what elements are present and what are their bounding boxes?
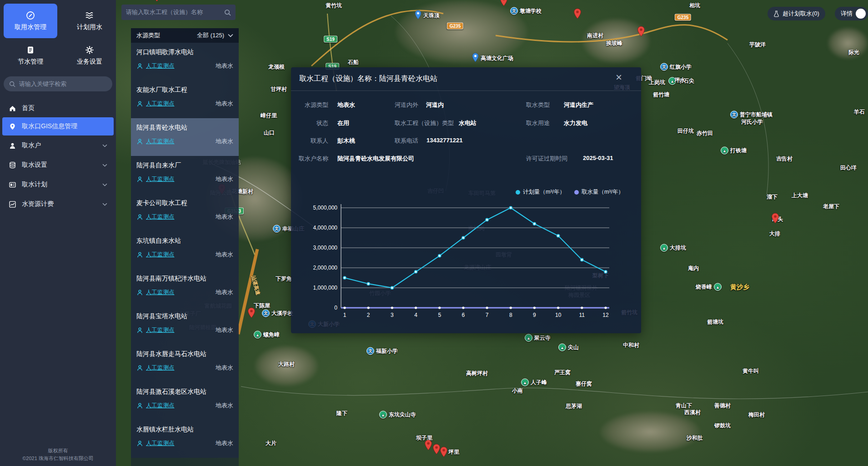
scenic-poi-icon[interactable]: ▲ (521, 379, 529, 386)
monitor-point-link[interactable]: 人工监测点 (146, 213, 175, 221)
red-pin-marker[interactable] (425, 440, 432, 452)
monitor-point-link[interactable]: 人工监测点 (146, 364, 175, 372)
station-list-item[interactable]: 麦卡公司取水工程人工监测点地表水 (131, 194, 239, 231)
blue-pin-icon[interactable] (472, 53, 479, 64)
station-name: 陆河县激石溪老区水电站 (136, 388, 233, 396)
station-list-item[interactable]: 河口镇唱歌潭水电站人工监测点地表水 (131, 43, 239, 80)
map-label: 挨坡峰 (606, 40, 622, 47)
station-list-item[interactable]: 陆河县水唇走马石水电站人工监测点地表水 (131, 345, 239, 382)
map-label-text: 龙颈根 (268, 63, 285, 71)
station-list-item[interactable]: 水唇镇水栏肚水电站人工监测点地表水 (131, 420, 239, 458)
scenic-poi-icon[interactable]: ▲ (660, 244, 668, 252)
scenic-poi-icon[interactable]: ▲ (525, 334, 532, 342)
station-list-item[interactable]: 陆河县自来水厂人工监测点地表水 (131, 156, 239, 194)
school-poi-icon[interactable]: 文 (510, 7, 518, 15)
school-poi-icon[interactable]: 文 (262, 310, 270, 317)
field-value: 陆河县青砼水电发展有限公司 (337, 155, 414, 163)
map-label: 龙颈根 (268, 63, 285, 71)
over-plan-water-button[interactable]: 超计划取水(0) (768, 7, 825, 20)
monitor-point-link[interactable]: 人工监测点 (146, 138, 175, 145)
svg-text:8: 8 (509, 312, 512, 318)
red-pin-marker[interactable] (248, 307, 256, 320)
svg-text:6: 6 (462, 312, 465, 318)
person-monitor-icon (136, 402, 143, 409)
app-tile-3[interactable]: 节水管理 (4, 38, 57, 73)
field-value: 2025-03-31 (583, 155, 613, 161)
sidebar-search-input[interactable]: 请输入关键字检索 (4, 76, 112, 91)
school-poi-icon[interactable]: 文 (366, 347, 374, 355)
school-poi-icon[interactable]: 文 (660, 63, 668, 71)
red-pin-marker[interactable] (153, 0, 161, 4)
map-label: 善德村 (714, 402, 731, 410)
field-label: 水源类型 (291, 101, 328, 109)
scenic-poi-icon[interactable]: ▲ (379, 411, 387, 419)
map-label: 箭竹塘 (653, 91, 669, 99)
station-list-item[interactable]: 陆河县青砼水电站人工监测点地表水 (131, 118, 239, 156)
search-icon[interactable] (224, 9, 231, 16)
menu-item-label: 取水设置 (22, 161, 47, 169)
app-tile-2[interactable]: 计划用水 (63, 4, 116, 38)
scenic-poi-icon[interactable]: ▲ (714, 283, 722, 291)
monitor-point-link[interactable]: 人工监测点 (146, 175, 175, 183)
monitor-point-link[interactable]: 人工监测点 (146, 251, 175, 259)
detail-toggle[interactable]: 详情 (835, 7, 868, 20)
map-label-text: 南进村 (587, 32, 603, 40)
map-label-text: 墩塘学校 (520, 7, 542, 15)
map-label: 文普宁市船埔镇 (730, 111, 773, 119)
map-label-text: 下罗角 (276, 275, 292, 283)
red-pin-marker[interactable] (433, 444, 441, 456)
sidebar-item-menu-5[interactable]: 水资源计费 (2, 195, 114, 213)
map-label: ▲打铁塘 (721, 147, 747, 155)
legend-item[interactable]: 计划量（m³/年） (516, 188, 565, 196)
app-tile-4[interactable]: 业务设置 (63, 38, 116, 73)
toggle-knob[interactable] (856, 9, 866, 19)
field-value: 地表水 (337, 101, 355, 109)
field-label: 取水用途 (526, 119, 550, 127)
red-pin-marker[interactable] (574, 8, 582, 21)
monitor-point-link[interactable]: 人工监测点 (146, 100, 175, 108)
station-list-item[interactable]: 陆河县南万镇杞洋水电站人工监测点地表水 (131, 269, 239, 307)
map-label: ▲聚云寺 (525, 334, 551, 342)
red-pin-marker[interactable] (440, 446, 448, 459)
modal-header: 取水工程（设施）名称：陆河县青砼水电站 × (291, 67, 641, 91)
station-search-input[interactable]: 请输入取水工程（设施）名称 (121, 5, 236, 20)
legend-item[interactable]: 取水量（m³/年） (574, 188, 624, 196)
sidebar-item-gis[interactable]: 取水口GIS信息管理 (2, 117, 114, 135)
school-poi-icon[interactable]: 文 (273, 225, 281, 233)
station-name: 陆河县水唇走马石水电站 (136, 350, 233, 358)
close-icon[interactable]: × (616, 72, 622, 83)
station-list-item[interactable]: 友能水厂取水工程人工监测点地表水 (131, 80, 239, 118)
blue-pin-icon[interactable] (415, 10, 421, 21)
red-pin-marker[interactable] (500, 0, 508, 8)
svg-text:7: 7 (486, 312, 489, 318)
sidebar-item-home[interactable]: 首页 (2, 99, 114, 117)
monitor-point-link[interactable]: 人工监测点 (146, 440, 175, 447)
app-tile-label: 业务设置 (77, 58, 102, 66)
station-list-item[interactable]: 陆河县宝塔水电站人工监测点地表水 (131, 307, 239, 345)
map-label-text: 烧香嶂 (696, 283, 712, 291)
map-label: 小南 (512, 387, 523, 395)
svg-text:5,000,000: 5,000,000 (313, 205, 338, 211)
red-pin-marker[interactable] (637, 26, 645, 39)
field-label: 联系电话 (395, 137, 418, 145)
water-source-filter[interactable]: 水源类型 全部 (125) (131, 28, 239, 43)
app-tile-1[interactable]: 取用水管理 (4, 4, 57, 38)
station-list-item[interactable]: 陆河县激石溪老区水电站人工监测点地表水 (131, 382, 239, 420)
field-label: 取水工程（设施）类型 (395, 119, 454, 127)
station-list-item[interactable]: 东坑镇自来水站人工监测点地表水 (131, 231, 239, 269)
menu-item-label: 水资源计费 (22, 200, 54, 208)
monitor-point-link[interactable]: 人工监测点 (146, 289, 175, 296)
scenic-poi-icon[interactable]: ▲ (721, 147, 728, 155)
sidebar-item-menu-2[interactable]: 取水户 (2, 136, 114, 155)
map-label-text: 隆下 (336, 410, 347, 417)
school-poi-icon[interactable]: 文 (730, 111, 738, 119)
scenic-poi-icon[interactable]: ▲ (254, 331, 261, 339)
sidebar-item-menu-4[interactable]: 取水计划 (2, 175, 114, 194)
monitor-point-link[interactable]: 人工监测点 (146, 62, 175, 70)
sidebar-item-menu-3[interactable]: 取水设置 (2, 156, 114, 174)
map-label: 芋陂洋 (749, 41, 766, 49)
red-pin-marker[interactable] (772, 213, 779, 225)
monitor-point-link[interactable]: 人工监测点 (146, 326, 175, 334)
scenic-poi-icon[interactable]: ▲ (558, 344, 566, 351)
monitor-point-link[interactable]: 人工监测点 (146, 402, 175, 410)
